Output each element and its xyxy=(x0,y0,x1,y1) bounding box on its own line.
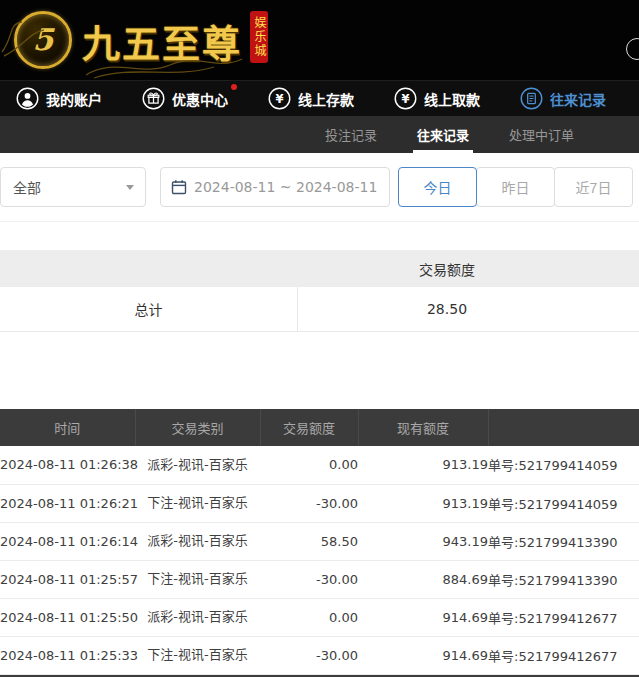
cell-type: 下注-视讯-百家乐 xyxy=(135,560,260,598)
tab-betting-records[interactable]: 投注记录 xyxy=(325,116,377,153)
chevron-down-icon xyxy=(126,185,134,190)
cell-amount: 58.50 xyxy=(260,522,358,560)
today-button[interactable]: 今日 xyxy=(398,167,477,207)
last-7-days-button[interactable]: 近7日 xyxy=(554,167,633,207)
brand-tag: 娱乐城 xyxy=(250,11,268,63)
col-header-type: 交易类别 xyxy=(135,409,260,446)
ornament-flourish-bottom xyxy=(84,55,244,79)
records-header-row: 时间 交易类别 交易额度 现有额度 xyxy=(0,409,639,446)
cell-balance: 884.69 xyxy=(358,560,488,598)
cell-balance: 913.19 xyxy=(358,484,488,522)
cell-time: 2024-08-11 01:25:33 xyxy=(0,636,135,674)
tab-transaction-records[interactable]: 往来记录 xyxy=(417,116,469,153)
col-header-amount: 交易额度 xyxy=(260,409,358,446)
nav-item-my-account[interactable]: 我的账户 xyxy=(16,87,102,110)
cell-time: 2024-08-11 01:26:14 xyxy=(0,522,135,560)
cell-amount: 0.00 xyxy=(260,446,358,484)
calendar-icon xyxy=(171,179,187,195)
main-nav: 我的账户 优惠中心 ¥ 线上存款 ¥ 线上取款 xyxy=(0,80,639,116)
cell-amount: -30.00 xyxy=(260,560,358,598)
nav-label: 线上存款 xyxy=(298,89,354,109)
type-filter-value: 全部 xyxy=(13,177,41,197)
cell-amount: 0.00 xyxy=(260,598,358,636)
page: 5 九五至尊 娱乐城 我的账户 优惠中心 xyxy=(0,0,639,677)
cell-balance: 943.19 xyxy=(358,522,488,560)
nav-label: 优惠中心 xyxy=(172,89,228,109)
col-header-time: 时间 xyxy=(0,409,135,446)
cell-order: 单号:521799412677 xyxy=(488,636,639,674)
cell-amount: -30.00 xyxy=(260,484,358,522)
tab-label: 往来记录 xyxy=(417,125,469,144)
table-row: 2024-08-11 01:25:57 下注-视讯-百家乐 -30.00 884… xyxy=(0,560,639,598)
svg-text:¥: ¥ xyxy=(401,92,409,106)
cell-order: 单号:521799414059 xyxy=(488,484,639,522)
brand-header: 5 九五至尊 娱乐城 xyxy=(0,0,639,80)
nav-label: 线上取款 xyxy=(424,89,480,109)
nav-item-withdraw[interactable]: ¥ 线上取款 xyxy=(394,87,480,110)
type-filter-select[interactable]: 全部 xyxy=(0,167,146,207)
cell-balance: 913.19 xyxy=(358,446,488,484)
col-header-order xyxy=(488,409,639,446)
nav-label: 我的账户 xyxy=(46,89,102,109)
tab-label: 处理中订单 xyxy=(509,125,574,144)
gift-icon xyxy=(142,87,165,110)
notification-dot xyxy=(231,84,237,90)
withdraw-icon: ¥ xyxy=(394,87,417,110)
table-row: 2024-08-11 01:26:38 派彩-视讯-百家乐 0.00 913.1… xyxy=(0,446,639,484)
nav-item-deposit[interactable]: ¥ 线上存款 xyxy=(268,87,354,110)
cell-type: 派彩-视讯-百家乐 xyxy=(135,446,260,484)
tab-processing-orders[interactable]: 处理中订单 xyxy=(509,116,574,153)
table-row: 2024-08-11 01:26:21 下注-视讯-百家乐 -30.00 913… xyxy=(0,484,639,522)
cell-order: 单号:521799414059 xyxy=(488,446,639,484)
deposit-icon: ¥ xyxy=(268,87,291,110)
cell-order: 单号:521799413390 xyxy=(488,522,639,560)
nav-item-records[interactable]: 往来记录 xyxy=(520,87,606,110)
summary-table: 交易额度 总计 28.50 xyxy=(0,250,639,332)
cell-time: 2024-08-11 01:26:38 xyxy=(0,446,135,484)
col-header-balance: 现有额度 xyxy=(358,409,488,446)
quick-range-group: 今日 昨日 近7日 xyxy=(398,167,633,207)
ornament-flourish-left xyxy=(0,16,60,60)
svg-text:¥: ¥ xyxy=(275,92,283,106)
cell-time: 2024-08-11 01:26:21 xyxy=(0,484,135,522)
nav-item-promotions[interactable]: 优惠中心 xyxy=(142,87,228,110)
cell-order: 单号:521799412677 xyxy=(488,598,639,636)
records-table: 时间 交易类别 交易额度 现有额度 2024-08-11 01:26:38 派彩… xyxy=(0,409,639,675)
table-row: 2024-08-11 01:25:33 下注-视讯-百家乐 -30.00 914… xyxy=(0,636,639,674)
cell-order: 单号:521799413390 xyxy=(488,560,639,598)
summary-total-label: 总计 xyxy=(0,287,298,331)
table-row: 2024-08-11 01:26:14 派彩-视讯-百家乐 58.50 943.… xyxy=(0,522,639,560)
date-range-value: 2024-08-11 ~ 2024-08-11 xyxy=(194,179,377,195)
cell-type: 下注-视讯-百家乐 xyxy=(135,636,260,674)
date-range-input[interactable]: 2024-08-11 ~ 2024-08-11 xyxy=(160,167,390,207)
cell-time: 2024-08-11 01:25:57 xyxy=(0,560,135,598)
records-icon xyxy=(520,87,543,110)
cell-amount: -30.00 xyxy=(260,636,358,674)
table-row: 2024-08-11 01:25:50 派彩-视讯-百家乐 0.00 914.6… xyxy=(0,598,639,636)
records-body: 2024-08-11 01:26:38 派彩-视讯-百家乐 0.00 913.1… xyxy=(0,446,639,674)
floating-widget-icon[interactable] xyxy=(626,38,639,60)
summary-amount-header: 交易额度 xyxy=(298,259,596,279)
cell-type: 派彩-视讯-百家乐 xyxy=(135,522,260,560)
summary-header-row: 交易额度 xyxy=(0,250,639,287)
cell-type: 下注-视讯-百家乐 xyxy=(135,484,260,522)
yesterday-button[interactable]: 昨日 xyxy=(476,167,555,207)
tab-label: 投注记录 xyxy=(325,125,377,144)
cell-time: 2024-08-11 01:25:50 xyxy=(0,598,135,636)
user-icon xyxy=(16,87,39,110)
filter-bar: 全部 2024-08-11 ~ 2024-08-11 今日 昨日 近7日 xyxy=(0,153,639,222)
records-section: 时间 交易类别 交易额度 现有额度 2024-08-11 01:26:38 派彩… xyxy=(0,409,639,677)
cell-balance: 914.69 xyxy=(358,636,488,674)
cell-balance: 914.69 xyxy=(358,598,488,636)
cell-type: 派彩-视讯-百家乐 xyxy=(135,598,260,636)
nav-label: 往来记录 xyxy=(550,89,606,109)
summary-total-value: 28.50 xyxy=(298,287,596,331)
subnav: 投注记录 往来记录 处理中订单 xyxy=(0,116,639,153)
summary-total-row: 总计 28.50 xyxy=(0,287,639,332)
